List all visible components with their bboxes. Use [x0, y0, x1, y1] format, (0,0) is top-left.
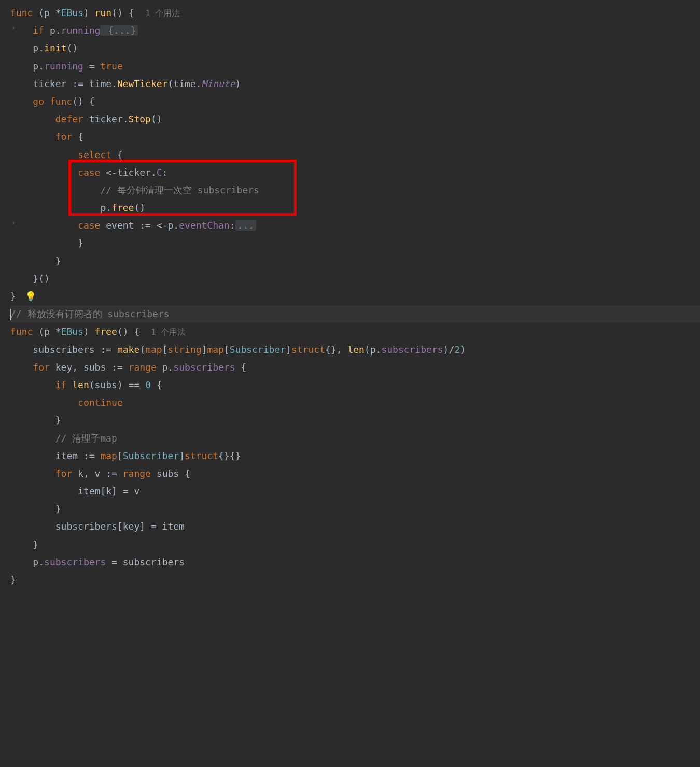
text: k, v := — [72, 468, 123, 479]
code-line[interactable]: // 释放没有订阅者的 subscribers — [10, 305, 700, 323]
code-line[interactable]: }💡 — [10, 288, 700, 305]
text: := — [95, 344, 117, 355]
keyword: for — [33, 362, 50, 373]
fold-icon[interactable]: › — [11, 22, 16, 35]
code-line[interactable]: if len(subs) == 0 { — [10, 376, 700, 394]
field: subscribers — [173, 362, 235, 373]
code-editor[interactable]: func (p *EBus) run() { 1 个用法 › if p.runn… — [0, 0, 700, 593]
code-line[interactable]: func (p *EBus) free() { 1 个用法 — [10, 323, 700, 340]
code-line[interactable]: p.running = true — [10, 58, 700, 75]
field: eventChan — [179, 220, 230, 231]
brace: } — [10, 574, 16, 585]
code-line[interactable]: } — [10, 571, 700, 589]
function-name: free — [95, 326, 117, 337]
code-line[interactable]: } — [10, 500, 700, 518]
number: 0 — [145, 379, 151, 390]
code-line[interactable]: › case event := <-p.eventChan:... — [10, 217, 700, 234]
text: subs { — [151, 468, 190, 479]
fold-icon[interactable]: › — [11, 217, 16, 230]
code-line[interactable]: for { — [10, 128, 700, 146]
code-line[interactable]: for k, v := range subs { — [10, 465, 700, 482]
code-line[interactable]: // 清理子map — [10, 430, 700, 447]
receiver: (p * — [38, 7, 61, 18]
keyword: map — [100, 450, 117, 461]
constant: Minute — [202, 78, 235, 89]
comment: // 清理子map — [55, 433, 117, 444]
code-line[interactable]: ticker := time.NewTicker(time.Minute) — [10, 75, 700, 93]
code-line[interactable]: } — [10, 234, 700, 252]
folded-region[interactable]: ... — [235, 220, 257, 231]
code-line[interactable]: defer ticker.Stop() — [10, 110, 700, 128]
keyword: func — [10, 7, 33, 18]
code-line[interactable]: item[k] = v — [10, 482, 700, 500]
text: item[k] = v — [78, 486, 139, 496]
code-line[interactable]: subscribers[key] = item — [10, 518, 700, 535]
text: () { — [111, 7, 134, 18]
usage-hint[interactable]: 1 个用法 — [151, 327, 186, 337]
text: ) — [235, 78, 241, 89]
builtin-call: len — [66, 379, 89, 390]
text: [ — [224, 344, 230, 355]
code-line[interactable]: p.init() — [10, 39, 700, 57]
text: () — [134, 202, 145, 213]
keyword: map — [145, 344, 162, 355]
folded-region[interactable]: {...} — [100, 25, 138, 36]
field: running — [61, 25, 101, 36]
text: {}{} — [218, 450, 241, 461]
code-line[interactable]: } — [10, 536, 700, 553]
method-call: free — [111, 202, 134, 213]
text: p. — [33, 61, 44, 72]
keyword: go — [33, 96, 44, 107]
code-line[interactable]: func (p *EBus) run() { 1 个用法 — [10, 4, 700, 22]
code-line[interactable]: // 每分钟清理一次空 subscribers — [10, 181, 700, 199]
code-line[interactable]: }() — [10, 270, 700, 288]
text: : — [162, 167, 168, 178]
code-line[interactable]: item := map[Subscriber]struct{}{} — [10, 447, 700, 465]
identifier: subscribers — [33, 344, 94, 355]
text: ticker. — [83, 113, 129, 124]
field: running — [44, 61, 83, 72]
text: () — [151, 113, 162, 124]
code-line[interactable]: p.free() — [10, 199, 700, 217]
text: [ — [162, 344, 168, 355]
text: { — [72, 131, 83, 142]
brace: } — [55, 255, 61, 266]
builtin-call: make — [117, 344, 139, 355]
code-line[interactable]: subscribers := make(map[string]map[Subsc… — [10, 341, 700, 359]
keyword: case — [78, 220, 100, 231]
text: subscribers[key] = item — [55, 521, 185, 532]
brace: }() — [33, 273, 50, 284]
keyword: defer — [55, 113, 83, 124]
comment: // 每分钟清理一次空 subscribers — [100, 184, 259, 195]
brace: } — [78, 237, 83, 248]
text: := — [78, 450, 100, 461]
code-line[interactable]: select { — [10, 146, 700, 164]
keyword: map — [207, 344, 224, 355]
text: p. — [157, 362, 174, 373]
function-call: NewTicker — [117, 78, 168, 89]
text: key, subs := — [50, 362, 129, 373]
keyword: for — [55, 468, 73, 479]
text: p. — [100, 202, 111, 213]
text: p. — [33, 557, 44, 567]
text — [33, 7, 38, 18]
code-line[interactable]: case <-ticker.C: — [10, 164, 700, 181]
code-line[interactable]: p.subscribers = subscribers — [10, 553, 700, 571]
code-line[interactable]: › if p.running {...} — [10, 22, 700, 39]
text: ) — [83, 7, 95, 18]
code-line[interactable]: } — [10, 252, 700, 270]
code-line[interactable]: } — [10, 411, 700, 429]
code-line[interactable]: go func() { — [10, 93, 700, 110]
code-line[interactable]: continue — [10, 394, 700, 411]
text: : — [230, 220, 235, 231]
keyword: for — [55, 131, 73, 142]
receiver: (p * — [33, 326, 61, 337]
code-line[interactable]: for key, subs := range p.subscribers { — [10, 359, 700, 376]
keyword: func — [44, 96, 72, 107]
usage-hint[interactable]: 1 个用法 — [145, 8, 180, 18]
method-call: Stop — [129, 113, 151, 124]
text: () { — [117, 326, 139, 337]
bulb-icon[interactable]: 💡 — [25, 288, 36, 305]
keyword: if — [33, 25, 44, 36]
text: p. — [33, 42, 44, 53]
